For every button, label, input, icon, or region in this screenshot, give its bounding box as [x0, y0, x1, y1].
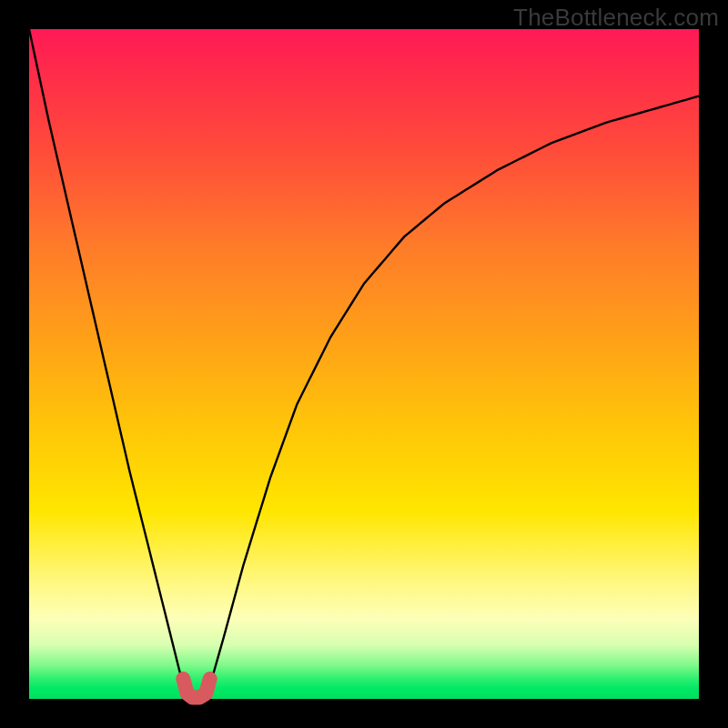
optimal-range-path [183, 679, 209, 698]
chart-svg [29, 29, 699, 699]
chart-frame: TheBottleneck.com [0, 0, 728, 728]
bottleneck-curve-path [29, 29, 699, 699]
watermark-text: TheBottleneck.com [513, 4, 719, 32]
chart-plot-area [29, 29, 699, 699]
